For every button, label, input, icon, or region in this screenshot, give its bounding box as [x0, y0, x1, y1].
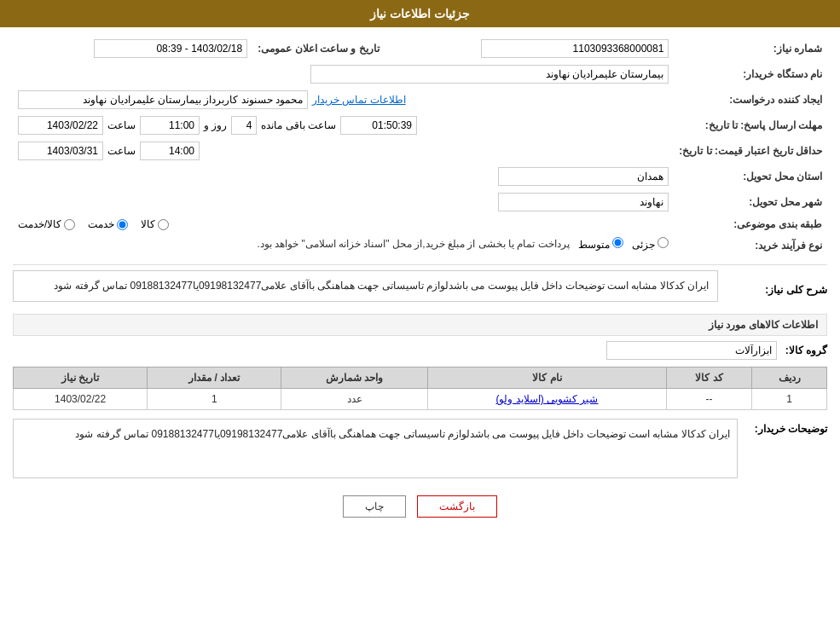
cell-row: 1	[752, 389, 827, 410]
creator-input[interactable]	[18, 90, 308, 109]
city-label: شهر محل تحویل:	[674, 189, 827, 215]
process-jozii-label[interactable]: جزئی	[632, 237, 669, 251]
table-row: 1 -- شیر کشویی (اسلاید ولو) عدد 1 1403/0…	[14, 389, 827, 410]
city-input[interactable]	[498, 193, 669, 211]
reply-deadline-label: مهلت ارسال پاسخ: تا تاریخ:	[674, 113, 827, 138]
col-quantity: تعداد / مقدار	[148, 367, 281, 389]
price-deadline-label: حداقل تاریخ اعتبار قیمت: تا تاریخ:	[674, 138, 827, 164]
cell-date: 1403/02/22	[14, 389, 148, 410]
page-header: جزئیات اطلاعات نیاز	[0, 0, 840, 27]
process-motavasset-text: متوسط	[578, 239, 610, 251]
general-desc-row: شرح کلی نیاز: ایران کدکالا مشابه است توض…	[13, 270, 827, 309]
cell-name[interactable]: شیر کشویی (اسلاید ولو)	[428, 389, 666, 410]
category-kala-khadamat-label[interactable]: کالا/خدمت	[18, 218, 75, 230]
buyer-desc-container: توضیحات خریدار: ایران کدکالا مشابه است ت…	[13, 419, 827, 478]
price-date-input[interactable]	[18, 142, 103, 160]
page-title: جزئیات اطلاعات نیاز	[370, 7, 470, 20]
announce-date-label: تاریخ و ساعت اعلان عمومی:	[252, 36, 384, 61]
need-number-label: شماره نیاز:	[674, 36, 827, 61]
process-notice: پرداخت تمام یا بخشی از مبلغ خرید,از محل …	[257, 238, 569, 250]
col-code: کد کالا	[666, 367, 752, 389]
buyer-desc-box: ایران کدکالا مشابه است توضیحات داخل فایل…	[13, 419, 738, 478]
button-row: بازگشت چاپ	[13, 487, 827, 526]
announce-date-input[interactable]	[94, 39, 247, 58]
info-table: شماره نیاز: تاریخ و ساعت اعلان عمومی: نا…	[13, 36, 827, 258]
category-khadamat-radio[interactable]	[117, 219, 128, 230]
buyer-desc-label: توضیحات خریدار:	[742, 419, 827, 435]
category-label: طبقه بندی موضوعی:	[674, 215, 827, 234]
price-time-input[interactable]	[140, 142, 200, 160]
creator-label: ایجاد کننده درخواست:	[674, 87, 827, 113]
cell-unit: عدد	[281, 389, 428, 410]
reply-time-label: ساعت	[107, 119, 136, 131]
process-jozii-text: جزئی	[632, 239, 655, 251]
col-name: نام کالا	[428, 367, 666, 389]
reply-remaining-label: ساعت باقی مانده	[261, 119, 336, 131]
category-kala-radio[interactable]	[158, 219, 169, 230]
reply-date-input[interactable]	[18, 116, 103, 135]
category-kala-khadamat-text: کالا/خدمت	[18, 218, 61, 230]
goods-group-label: گروه کالا:	[785, 344, 827, 356]
col-date: تاریخ نیاز	[14, 367, 148, 389]
creator-contact-link[interactable]: اطلاعات تماس خریدار	[312, 94, 406, 106]
goods-info-title: اطلاعات کالاهای مورد نیاز	[13, 314, 827, 336]
need-number-input[interactable]	[481, 39, 669, 58]
cell-code: --	[666, 389, 752, 410]
category-khadamat-text: خدمت	[88, 218, 114, 230]
reply-remaining-input[interactable]	[340, 116, 417, 135]
category-kala-label[interactable]: کالا	[141, 218, 169, 230]
goods-table: ردیف کد کالا نام کالا واحد شمارش تعداد /…	[13, 367, 827, 410]
buyer-input[interactable]	[310, 65, 669, 84]
process-jozii-radio[interactable]	[658, 237, 669, 248]
goods-group-input[interactable]	[606, 341, 777, 360]
cell-quantity: 1	[148, 389, 281, 410]
process-motavasset-label[interactable]: متوسط	[578, 237, 623, 251]
price-time-label: ساعت	[107, 145, 136, 157]
province-label: استان محل تحویل:	[674, 164, 827, 189]
goods-group-row: گروه کالا:	[13, 341, 827, 360]
process-type-label: نوع فرآیند خرید:	[674, 234, 827, 258]
reply-days-input[interactable]	[231, 116, 257, 135]
reply-days-label: روز و	[204, 119, 227, 131]
category-kala-text: کالا	[141, 218, 155, 230]
category-khadamat-label[interactable]: خدمت	[88, 218, 128, 230]
print-button[interactable]: چاپ	[343, 495, 406, 518]
reply-time-input[interactable]	[140, 116, 200, 135]
col-unit: واحد شمارش	[281, 367, 428, 389]
general-desc-box: ایران کدکالا مشابه است توضیحات داخل فایل…	[13, 270, 718, 302]
col-row: ردیف	[752, 367, 827, 389]
process-motavasset-radio[interactable]	[612, 237, 623, 248]
category-kala-khadamat-radio[interactable]	[64, 219, 75, 230]
back-button[interactable]: بازگشت	[417, 495, 497, 518]
province-input[interactable]	[498, 167, 669, 186]
general-desc-label: شرح کلی نیاز:	[725, 284, 827, 296]
buyer-label: نام دستگاه خریدار:	[674, 61, 827, 87]
